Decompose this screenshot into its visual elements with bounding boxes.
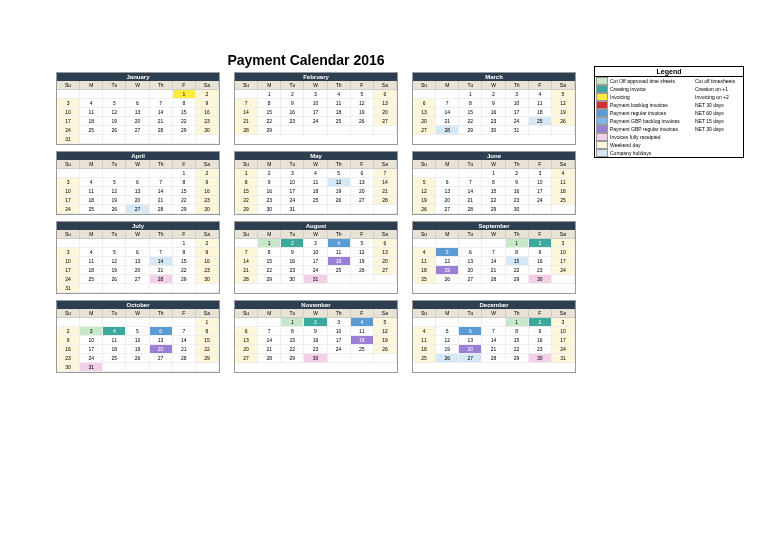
day-cell: 21 (482, 345, 505, 354)
day-cell: 10 (304, 248, 327, 257)
dow-cell: W (482, 160, 505, 169)
day-cell: 4 (103, 327, 126, 336)
day-cell: 31 (304, 275, 327, 284)
day-cell: 6 (126, 99, 149, 108)
week-row: 10111213141516 (57, 187, 219, 196)
dow-cell: Sa (196, 81, 219, 90)
day-cell (413, 90, 436, 99)
day-cell: 25 (351, 345, 374, 354)
dow-row: SuMTuWThFSa (413, 230, 575, 239)
day-cell: 29 (235, 205, 258, 214)
day-cell (529, 126, 552, 135)
day-cell: 15 (258, 257, 281, 266)
month-april: AprilSuMTuWThFSa123456789101112131415161… (56, 151, 220, 215)
week-row: 45678910 (413, 248, 575, 257)
day-cell: 18 (103, 345, 126, 354)
day-cell: 26 (351, 117, 374, 126)
day-cell: 1 (196, 318, 219, 327)
day-cell: 4 (328, 239, 351, 248)
day-cell: 20 (235, 345, 258, 354)
dow-row: SuMTuWThFSa (57, 160, 219, 169)
week-row: 1 (57, 318, 219, 327)
day-cell (80, 318, 103, 327)
legend-label: Payment GBP backlog invoices (610, 118, 695, 124)
day-cell: 16 (281, 257, 304, 266)
day-cell (552, 205, 575, 214)
day-cell: 23 (529, 266, 552, 275)
dow-cell: M (436, 309, 459, 318)
week-row: 19202122232425 (413, 196, 575, 205)
dow-cell: Sa (552, 81, 575, 90)
week-row: 11121314151617 (413, 257, 575, 266)
day-cell: 22 (482, 196, 505, 205)
week-row: 14151617181920 (235, 257, 397, 266)
week-row: 24252627282930 (57, 275, 219, 284)
day-cell: 16 (57, 345, 80, 354)
day-cell: 9 (258, 178, 281, 187)
day-cell: 7 (150, 178, 173, 187)
day-cell (80, 239, 103, 248)
dow-cell: Sa (196, 309, 219, 318)
day-cell: 8 (281, 327, 304, 336)
day-cell: 30 (281, 275, 304, 284)
day-cell: 1 (506, 239, 529, 248)
day-cell: 6 (374, 90, 397, 99)
month-header: October (57, 301, 219, 309)
legend-label: Invoices fully receipted (610, 134, 695, 140)
day-cell: 7 (235, 99, 258, 108)
day-cell (351, 354, 374, 363)
day-cell (103, 363, 126, 372)
legend-swatch (596, 133, 608, 141)
day-cell: 14 (150, 257, 173, 266)
day-cell: 20 (374, 108, 397, 117)
day-cell: 12 (436, 257, 459, 266)
legend-note: NET 30 days (695, 102, 743, 108)
legend-row: Company holidays (595, 149, 743, 157)
day-cell: 24 (552, 266, 575, 275)
dow-cell: Sa (552, 230, 575, 239)
day-cell (351, 275, 374, 284)
day-cell: 13 (126, 108, 149, 117)
month-header: February (235, 73, 397, 81)
legend-note: Invoicing on +2 (695, 94, 743, 100)
dow-row: SuMTuWThFSa (413, 309, 575, 318)
week-row: 2345678 (57, 327, 219, 336)
day-cell: 12 (126, 336, 149, 345)
dow-cell: Su (413, 230, 436, 239)
dow-cell: Tu (281, 230, 304, 239)
dow-cell: F (529, 309, 552, 318)
legend-swatch (596, 125, 608, 133)
day-cell: 10 (304, 99, 327, 108)
day-cell: 2 (506, 169, 529, 178)
day-cell: 28 (459, 205, 482, 214)
day-cell: 1 (281, 318, 304, 327)
day-cell (150, 363, 173, 372)
day-cell: 31 (80, 363, 103, 372)
dow-cell: F (351, 309, 374, 318)
legend-label: Company holidays (610, 150, 695, 156)
day-cell: 21 (482, 266, 505, 275)
day-cell (436, 169, 459, 178)
day-cell: 12 (328, 178, 351, 187)
day-cell: 5 (126, 327, 149, 336)
day-cell: 26 (328, 196, 351, 205)
day-cell: 17 (328, 336, 351, 345)
day-cell (126, 169, 149, 178)
day-cell: 25 (80, 275, 103, 284)
dow-cell: Su (57, 160, 80, 169)
day-cell: 15 (196, 336, 219, 345)
week-row: 13141516171819 (413, 108, 575, 117)
day-cell: 3 (304, 90, 327, 99)
day-cell (351, 205, 374, 214)
day-cell: 14 (150, 108, 173, 117)
day-cell: 26 (552, 117, 575, 126)
dow-cell: Su (235, 309, 258, 318)
day-cell: 27 (374, 266, 397, 275)
dow-cell: Su (57, 230, 80, 239)
week-row: 123 (413, 239, 575, 248)
week-row: 20212223242526 (235, 345, 397, 354)
dow-row: SuMTuWThFSa (413, 160, 575, 169)
day-cell: 31 (552, 354, 575, 363)
legend-row: Payment backlog invoicesNET 30 days (595, 101, 743, 109)
day-cell: 30 (196, 126, 219, 135)
